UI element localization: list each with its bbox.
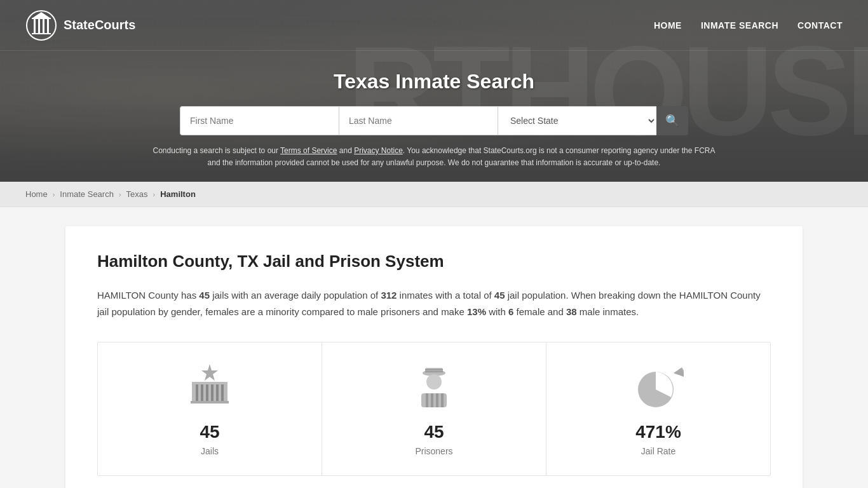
svg-rect-12 — [206, 384, 208, 401]
county-description: HAMILTON County has 45 jails with an ave… — [97, 287, 771, 320]
svg-rect-23 — [426, 393, 428, 407]
desc-avg-pop: 312 — [381, 290, 397, 301]
logo-icon — [25, 10, 57, 41]
logo-text: StateCourts — [64, 18, 135, 32]
svg-rect-19 — [425, 369, 443, 370]
desc-female-pct: 13% — [467, 306, 486, 317]
navigation: StateCourts HOME INMATE SEARCH CONTACT — [0, 0, 868, 51]
stat-jail-rate-label: Jail Rate — [641, 446, 675, 456]
terms-link[interactable]: Terms of Service — [280, 146, 337, 155]
disclaimer-text: Conducting a search is subject to our Te… — [148, 145, 720, 169]
stat-prisoners: 45 Prisoners — [322, 342, 546, 475]
content-card: Hamilton County, TX Jail and Prison Syst… — [65, 226, 803, 488]
jail-rate-icon — [633, 362, 684, 412]
desc-suffix: male inmates. — [577, 306, 639, 317]
svg-rect-11 — [201, 384, 203, 401]
desc-prefix: HAMILTON County has — [97, 290, 199, 301]
first-name-input[interactable] — [180, 106, 339, 135]
prisoner-icon — [409, 362, 459, 412]
svg-rect-26 — [441, 393, 444, 407]
stat-prisoners-label: Prisoners — [415, 446, 452, 456]
svg-rect-10 — [196, 384, 198, 401]
desc-jails-count: 45 — [199, 290, 210, 301]
search-bar: Select StateAlabamaAlaskaArizonaArkansas… — [180, 106, 688, 135]
stats-grid: 45 Jails — [97, 342, 771, 476]
header-search-area: Texas Inmate Search Select StateAlabamaA… — [0, 51, 868, 182]
svg-point-21 — [426, 374, 442, 390]
desc-male-count: 38 — [566, 306, 577, 317]
search-button[interactable]: 🔍 — [656, 106, 688, 135]
stat-jail-rate: 471% Jail Rate — [546, 342, 770, 475]
state-select[interactable]: Select StateAlabamaAlaskaArizonaArkansas… — [498, 106, 656, 135]
stat-jails-number: 45 — [200, 422, 219, 442]
breadcrumb-inmate-search[interactable]: Inmate Search — [60, 189, 114, 199]
svg-rect-6 — [47, 18, 49, 34]
svg-rect-25 — [436, 393, 438, 407]
svg-rect-20 — [425, 371, 443, 372]
desc-mid1: jails with an average daily population o… — [210, 290, 381, 301]
county-title: Hamilton County, TX Jail and Prison Syst… — [97, 252, 771, 271]
stat-prisoners-number: 45 — [424, 422, 444, 442]
svg-rect-14 — [216, 384, 219, 401]
desc-mid2: inmates with a total of — [397, 290, 494, 301]
logo-link[interactable]: StateCourts — [25, 10, 135, 41]
breadcrumb-sep-3: › — [153, 191, 156, 198]
svg-rect-15 — [221, 384, 224, 401]
nav-home[interactable]: HOME — [654, 20, 682, 30]
breadcrumb-home[interactable]: Home — [25, 189, 48, 199]
jail-icon — [184, 362, 235, 412]
breadcrumb-sep-1: › — [53, 191, 55, 198]
breadcrumb: Home › Inmate Search › Texas › Hamilton — [0, 182, 868, 207]
nav-inmate-search[interactable]: INMATE SEARCH — [701, 20, 778, 30]
breadcrumb-sep-2: › — [119, 191, 121, 198]
svg-rect-5 — [43, 18, 44, 34]
last-name-input[interactable] — [339, 106, 498, 135]
desc-mid5: female and — [513, 306, 566, 317]
breadcrumb-current: Hamilton — [160, 189, 196, 199]
stat-jails: 45 Jails — [98, 342, 322, 475]
desc-mid4: with — [486, 306, 508, 317]
nav-contact[interactable]: CONTACT — [797, 20, 843, 30]
svg-rect-16 — [191, 401, 229, 403]
search-icon: 🔍 — [665, 114, 679, 128]
header: RTHOUSE StateCourts HOME INMATE — [0, 0, 868, 182]
main-content: Hamilton County, TX Jail and Prison Syst… — [53, 226, 815, 488]
desc-total-pop: 45 — [494, 290, 505, 301]
svg-rect-13 — [211, 384, 214, 401]
privacy-link[interactable]: Privacy Notice — [354, 146, 403, 155]
stat-jail-rate-number: 471% — [635, 422, 681, 442]
breadcrumb-state[interactable]: Texas — [126, 189, 148, 199]
stat-jails-label: Jails — [201, 446, 219, 456]
svg-rect-24 — [431, 393, 433, 407]
page-title: Texas Inmate Search — [13, 70, 855, 93]
svg-rect-4 — [38, 18, 40, 34]
svg-rect-3 — [34, 18, 36, 34]
svg-marker-8 — [201, 364, 218, 381]
nav-links: HOME INMATE SEARCH CONTACT — [654, 20, 843, 30]
